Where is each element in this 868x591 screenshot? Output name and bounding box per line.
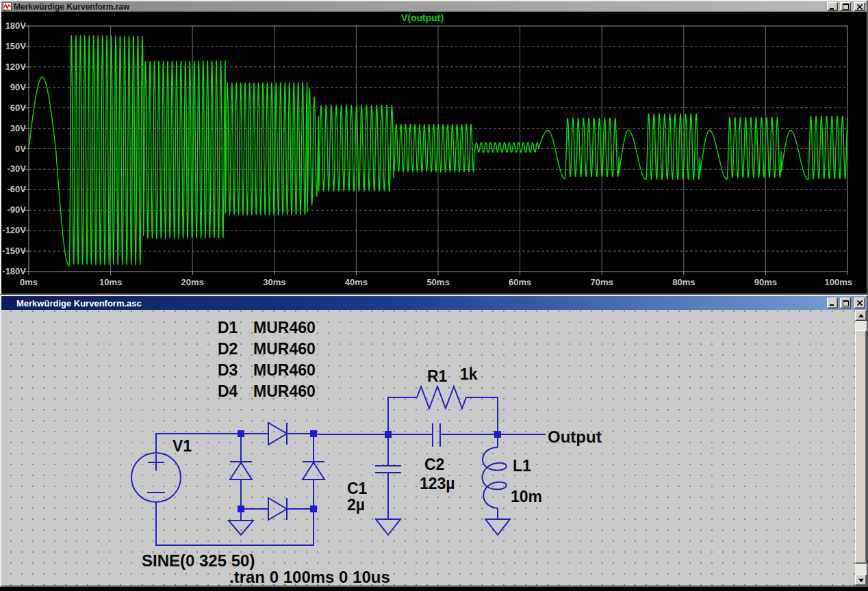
c2-ref-label[interactable]: C2 xyxy=(424,456,444,473)
r1-ref-label[interactable]: R1 xyxy=(427,367,448,385)
y-tick-label: -60V xyxy=(8,184,27,194)
x-tick-label: 50ms xyxy=(426,277,449,287)
close-button[interactable] xyxy=(854,298,865,308)
y-tick-label: 30V xyxy=(10,123,26,133)
close-button[interactable] xyxy=(854,2,865,11)
y-tick-label: 0V xyxy=(15,144,26,154)
down-arrow-icon xyxy=(858,579,864,582)
ground-symbol-l1[interactable] xyxy=(485,519,510,535)
diode-bottom[interactable] xyxy=(268,498,287,520)
x-tick-label: 0ms xyxy=(20,277,38,287)
waveform-plot-area[interactable]: 0ms10ms20ms30ms40ms50ms60ms70ms80ms90ms1… xyxy=(1,12,867,293)
sine-directive-text[interactable]: SINE(0 325 50) xyxy=(142,551,255,570)
waveform-titlebar[interactable]: Merkwürdige Kurvenform.raw xyxy=(1,1,867,12)
maximize-button[interactable] xyxy=(840,298,851,308)
desktop: Merkwürdige Kurvenform.raw 0ms10ms20ms30… xyxy=(0,0,868,591)
c1-value-label[interactable]: 2µ xyxy=(347,496,365,514)
schematic-window-title: Merkwürdige Kurvenform.asc xyxy=(14,298,142,308)
l1-ref-label[interactable]: L1 xyxy=(513,457,531,475)
x-tick-label: 60ms xyxy=(509,277,531,287)
x-tick-label: 10ms xyxy=(99,277,122,287)
diode-left[interactable] xyxy=(230,462,252,480)
voltage-source-v1[interactable] xyxy=(131,453,181,502)
scroll-down-button[interactable] xyxy=(855,575,867,586)
d3-ref-label[interactable]: D3 xyxy=(218,361,238,379)
y-tick-label: -120V xyxy=(2,225,26,235)
x-tick-label: 80ms xyxy=(672,277,695,287)
v1-plus-sign xyxy=(148,454,164,471)
y-tick-label: -150V xyxy=(2,246,26,256)
ground-symbol-c1[interactable] xyxy=(376,519,400,535)
diode-attribute-table[interactable]: D1 MUR460 D2 MUR460 D3 MUR460 D4 MUR460 xyxy=(218,319,316,400)
schematic-window: Merkwürdige Kurvenform.asc xyxy=(0,295,868,587)
wire-junctions xyxy=(238,430,501,512)
scrollbar-track[interactable] xyxy=(855,564,867,575)
ground-symbol-bridge[interactable] xyxy=(229,521,253,535)
v1-ref-label[interactable]: V1 xyxy=(173,437,192,455)
d2-value-label[interactable]: MUR460 xyxy=(253,340,316,358)
diode-top[interactable] xyxy=(268,423,287,445)
d1-value-label[interactable]: MUR460 xyxy=(253,319,316,337)
d3-value-label[interactable]: MUR460 xyxy=(253,361,316,379)
waveform-window-title: Merkwürdige Kurvenform.raw xyxy=(14,2,129,12)
x-tick-label: 30ms xyxy=(263,277,285,287)
x-tick-label: 70ms xyxy=(591,277,613,287)
x-tick-label: 90ms xyxy=(754,277,777,287)
x-tick-label: 40ms xyxy=(345,277,368,287)
l1-value-label[interactable]: 10m xyxy=(511,488,542,505)
c2-value-label[interactable]: 123µ xyxy=(420,475,455,492)
r1-value-label[interactable]: 1k xyxy=(460,365,478,383)
x-tick-label: 20ms xyxy=(181,277,204,287)
c1-ref-label[interactable]: C1 xyxy=(347,480,368,497)
minimize-button[interactable] xyxy=(827,298,838,308)
d1-ref-label[interactable]: D1 xyxy=(218,319,238,337)
x-tick-label: 100ms xyxy=(825,277,852,287)
up-arrow-icon xyxy=(858,314,864,317)
y-tick-label: 60V xyxy=(10,103,26,113)
y-tick-label: -90V xyxy=(8,205,27,215)
vertical-scrollbar[interactable] xyxy=(855,310,867,586)
schematic-app-icon xyxy=(3,298,12,308)
y-tick-label: 150V xyxy=(5,41,27,51)
d4-value-label[interactable]: MUR460 xyxy=(253,382,316,400)
schematic-titlebar[interactable]: Merkwürdige Kurvenform.asc xyxy=(1,296,867,310)
scrollbar-track[interactable] xyxy=(855,321,867,330)
minimize-button[interactable] xyxy=(827,2,838,11)
scrollbar-thumb[interactable] xyxy=(855,330,867,564)
waveform-window: Merkwürdige Kurvenform.raw 0ms10ms20ms30… xyxy=(0,0,868,295)
y-tick-label: 90V xyxy=(10,82,26,92)
schematic-canvas[interactable]: D1 MUR460 D2 MUR460 D3 MUR460 D4 MUR460 … xyxy=(1,310,867,586)
d4-ref-label[interactable]: D4 xyxy=(218,382,238,400)
y-tick-label: 180V xyxy=(5,21,27,31)
wire-v1-top xyxy=(156,434,241,453)
scroll-up-button[interactable] xyxy=(855,310,867,321)
y-tick-label: -30V xyxy=(8,163,27,174)
capacitor-c2[interactable] xyxy=(433,423,440,447)
bottom-edge xyxy=(0,587,868,591)
y-tick-label: -180V xyxy=(2,266,26,276)
output-net-label[interactable]: Output xyxy=(548,428,602,446)
resistor-r1[interactable] xyxy=(388,386,498,434)
maximize-button[interactable] xyxy=(840,2,851,11)
tran-directive-text[interactable]: .tran 0 100ms 0 10us xyxy=(229,568,390,586)
inductor-l1[interactable] xyxy=(483,447,507,508)
waveform-app-icon xyxy=(3,2,12,11)
trace-legend-voutput[interactable]: V(output) xyxy=(401,12,444,23)
capacitor-c1[interactable] xyxy=(375,466,401,473)
y-tick-label: 120V xyxy=(5,62,27,72)
diode-right[interactable] xyxy=(303,462,324,480)
d2-ref-label[interactable]: D2 xyxy=(218,340,238,358)
